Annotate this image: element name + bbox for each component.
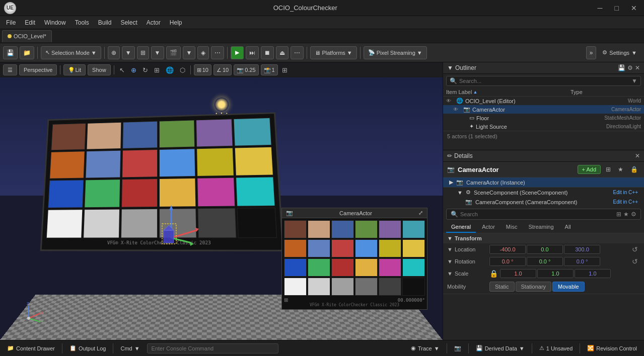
revision-control-button[interactable]: 🔀 Revision Control xyxy=(583,344,641,352)
level-tab[interactable]: OCIO_Level* xyxy=(2,30,52,42)
menu-edit[interactable]: Edit xyxy=(21,18,39,27)
location-x-input[interactable] xyxy=(489,245,526,254)
eject-button[interactable]: ⏏ xyxy=(276,46,289,59)
minimize-button[interactable]: ─ xyxy=(595,3,606,13)
cam-num-btn[interactable]: 📸 1 xyxy=(261,64,278,75)
selection-mode-button[interactable]: ↖ Selection Mode ▼ xyxy=(41,46,101,59)
menu-help[interactable]: Help xyxy=(166,18,186,27)
transform-dropdown[interactable]: ▼ xyxy=(122,46,135,59)
lit-button[interactable]: 💡 Lit xyxy=(63,64,86,75)
details-lock-icon[interactable]: 🔒 xyxy=(628,166,640,173)
scale-lock-icon[interactable]: 🔒 xyxy=(489,270,498,278)
scale-y-input[interactable] xyxy=(537,269,574,278)
save-button[interactable]: 💾 xyxy=(3,46,18,59)
viewport-grid-toggle[interactable]: ⊞ xyxy=(280,64,290,75)
menu-window[interactable]: Window xyxy=(40,18,70,27)
scene-component-item[interactable]: ▼ ⚙ SceneComponent (SceneComponent) Edit… xyxy=(443,188,644,197)
menu-tools[interactable]: Tools xyxy=(71,18,93,27)
cine-button[interactable]: 🎬 xyxy=(166,46,181,59)
component-instance-item[interactable]: ▶ 📷 CameraActor (Instance) xyxy=(443,177,644,187)
maximize-button[interactable]: □ xyxy=(612,3,622,13)
show-button[interactable]: Show xyxy=(88,64,111,75)
eye-icon-camera[interactable]: 👁 xyxy=(453,107,461,112)
trace-button[interactable]: ◉ Trace ▼ xyxy=(407,344,444,352)
mobility-movable-button[interactable]: Movable xyxy=(552,282,585,292)
viewport-menu-button[interactable]: ☰ xyxy=(3,64,17,75)
camera-icon-button[interactable]: 📷 xyxy=(450,344,465,352)
play-more-button[interactable]: ⋯ xyxy=(291,46,304,59)
details-search-input[interactable] xyxy=(460,211,614,217)
console-command-input[interactable] xyxy=(147,343,278,353)
zoom-btn[interactable]: 📷 0.25 xyxy=(234,64,258,75)
menu-build[interactable]: Build xyxy=(94,18,116,27)
details-add-button[interactable]: + Add xyxy=(578,165,601,174)
outliner-close-icon[interactable]: ✕ xyxy=(635,64,640,71)
location-z-input[interactable] xyxy=(564,245,600,254)
details-search-star-icon[interactable]: ★ xyxy=(623,211,629,218)
rotation-x-input[interactable] xyxy=(489,257,526,266)
mobility-stationary-button[interactable]: Stationary xyxy=(516,282,552,292)
scene-component-row[interactable]: ▼ ⚙ SceneComponent (SceneComponent) Edit… xyxy=(443,188,644,197)
extra-button[interactable]: ⋯ xyxy=(211,46,224,59)
snap-button[interactable]: ⊞ xyxy=(137,46,149,59)
settings-button[interactable]: ⚙ Settings ▼ xyxy=(598,48,641,57)
outliner-search-input[interactable] xyxy=(459,78,629,84)
content-drawer-button[interactable]: 📁 Content Drawer xyxy=(3,344,59,352)
scale-icon-button[interactable]: ⊞ xyxy=(152,64,162,75)
viewport[interactable]: ☰ Perspective 💡 Lit Show ↖ ⊕ ↻ ⊞ 🌐 ⬡ ⊞ 1… xyxy=(0,62,443,340)
location-dropdown-icon[interactable]: ▼ xyxy=(447,246,453,252)
outliner-search-bar[interactable]: 🔍 ▼ xyxy=(446,76,641,86)
camera-component-row[interactable]: 📷 CameraComponent (CameraComponent) Edit… xyxy=(443,197,644,207)
outliner-settings-icon[interactable]: ⚙ xyxy=(627,64,633,71)
details-search-grid-icon[interactable]: ⊞ xyxy=(616,211,621,218)
tab-general[interactable]: General xyxy=(446,222,476,233)
mobility-static-button[interactable]: Static xyxy=(489,282,515,292)
expand-button[interactable]: » xyxy=(586,46,597,59)
local-icon-button[interactable]: ⬡ xyxy=(178,64,187,75)
platforms-button[interactable]: 🖥 Platforms ▼ xyxy=(310,46,356,59)
cam-preview-expand[interactable]: ⤢ xyxy=(418,210,423,216)
rotation-dropdown-icon[interactable]: ▼ xyxy=(447,258,453,264)
cmd-button[interactable]: Cmd ▼ xyxy=(116,344,144,352)
outliner-save-icon[interactable]: 💾 xyxy=(618,64,625,71)
camera-component-edit-link[interactable]: Edit in C++ xyxy=(613,199,638,205)
perspective-button[interactable]: Perspective xyxy=(19,64,57,75)
tab-all[interactable]: All xyxy=(560,222,576,233)
location-y-input[interactable] xyxy=(527,245,563,254)
rotate-icon-button[interactable]: ↻ xyxy=(140,64,150,75)
rotation-z-input[interactable] xyxy=(564,257,600,266)
grid-size-btn[interactable]: ⊞ 10 xyxy=(194,64,211,75)
world-icon-button[interactable]: 🌐 xyxy=(164,64,176,75)
play-next-button[interactable]: ⏭ xyxy=(246,46,259,59)
outliner-filter-icon[interactable]: ▼ xyxy=(447,64,453,71)
details-layout-icon[interactable]: ⊞ xyxy=(604,166,613,173)
select-icon-button[interactable]: ↖ xyxy=(117,64,127,75)
scene-component-edit-link[interactable]: Edit in C++ xyxy=(613,190,638,195)
browse-button[interactable]: 📁 xyxy=(20,46,34,59)
outliner-item-world[interactable]: 👁 🌐 OCIO_Level (Editor) World xyxy=(443,97,644,105)
camera-component-item[interactable]: 📷 CameraComponent (CameraComponent) Edit… xyxy=(443,197,644,207)
outliner-item-floor[interactable]: 👁 ▭ Floor StaticMeshActor xyxy=(443,114,644,122)
cine-dropdown[interactable]: ▼ xyxy=(183,46,196,59)
outliner-search-dropdown[interactable]: ▼ xyxy=(631,77,637,84)
transform-translate-button[interactable]: ⊕ xyxy=(108,46,120,59)
scale-dropdown-icon[interactable]: ▼ xyxy=(447,271,453,277)
tab-misc[interactable]: Misc xyxy=(501,222,523,233)
close-button[interactable]: ✕ xyxy=(628,3,640,13)
details-search-bar[interactable]: 🔍 ⊞ ★ ⚙ xyxy=(446,209,641,220)
details-star-icon[interactable]: ★ xyxy=(616,166,625,173)
outliner-item-camera[interactable]: 👁 📷 CameraActor CameraActor xyxy=(443,105,644,114)
details-close-icon[interactable]: ✕ xyxy=(635,152,640,159)
derived-data-button[interactable]: 💾 Derived Data ▼ xyxy=(472,344,529,352)
menu-file[interactable]: File xyxy=(2,18,20,27)
rotation-reset-icon[interactable]: ↺ xyxy=(630,257,640,265)
translate-icon-button[interactable]: ⊕ xyxy=(129,64,138,75)
outliner-item-light[interactable]: 👁 ✦ Light Source DirectionalLight xyxy=(443,122,644,131)
location-reset-icon[interactable]: ↺ xyxy=(630,245,640,253)
rotation-y-input[interactable] xyxy=(527,257,563,266)
snap-dropdown[interactable]: ▼ xyxy=(151,46,164,59)
play-button[interactable]: ▶ xyxy=(231,46,244,59)
menu-actor[interactable]: Actor xyxy=(142,18,165,27)
output-log-button[interactable]: 📋 Output Log xyxy=(65,344,110,352)
pixel-streaming-button[interactable]: 📡 Pixel Streaming ▼ xyxy=(364,46,427,59)
